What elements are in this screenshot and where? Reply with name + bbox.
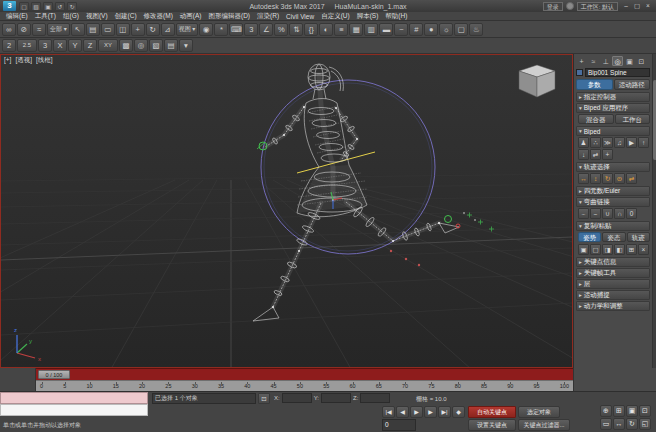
axis-constraint-x-icon[interactable]: X	[53, 39, 67, 52]
scene-explorer-icon[interactable]: ▦	[349, 23, 363, 36]
rollout-layers[interactable]: ▸ 层	[576, 279, 650, 289]
tab-motion[interactable]: ◎	[612, 56, 623, 66]
copy-pose-tab[interactable]: 姿态	[602, 232, 625, 242]
smooth-twist-button[interactable]: ∩	[614, 208, 625, 219]
mixer-button[interactable]: 混合器	[578, 114, 614, 124]
lock-com-keying-button[interactable]: ⊙	[614, 173, 625, 184]
object-color-swatch[interactable]	[576, 69, 583, 76]
menu-civil-view[interactable]: Civil View	[286, 13, 314, 20]
select-and-manipulate-icon[interactable]: *	[214, 23, 228, 36]
panel-scrollbar[interactable]	[652, 54, 656, 368]
pan-view-icon[interactable]: ↔	[613, 418, 625, 430]
auto-key-button[interactable]: 自动关键点	[468, 406, 516, 418]
copy-posture-tab[interactable]: 姿势	[578, 232, 601, 242]
render-setup-icon[interactable]: ☼	[439, 23, 453, 36]
key-filters-button[interactable]: 关键点过滤器...	[518, 419, 570, 431]
previous-frame-button[interactable]: ◀	[396, 406, 409, 418]
tab-hierarchy[interactable]: ⊥	[600, 56, 611, 66]
coord-y-field[interactable]	[321, 393, 351, 403]
copy-track-tab[interactable]: 轨迹	[627, 232, 650, 242]
select-and-scale-icon[interactable]: ⊿	[161, 23, 175, 36]
load-file-button[interactable]: ↑	[638, 137, 649, 148]
twist-individual-button[interactable]: ∪	[602, 208, 613, 219]
close-button[interactable]: ×	[643, 2, 653, 11]
menu-help[interactable]: 帮助(H)	[385, 12, 407, 21]
current-frame-field[interactable]: 0	[382, 419, 416, 431]
use-pivot-center-icon[interactable]: ◉	[199, 23, 213, 36]
select-and-rotate-icon[interactable]: ↻	[146, 23, 160, 36]
spinner-snap-icon[interactable]: ⇅	[289, 23, 303, 36]
minimize-button[interactable]: –	[621, 2, 631, 11]
rollout-motion-capture[interactable]: ▸ 运动捕捉	[576, 290, 650, 300]
body-vertical-button[interactable]: ↕	[590, 173, 601, 184]
menu-group[interactable]: 组(G)	[63, 12, 79, 21]
save-file-icon[interactable]: ▣	[43, 2, 53, 11]
axis-constraint-y-icon[interactable]: Y	[68, 39, 82, 52]
rollout-key-info[interactable]: ▸ 关键点信息	[576, 257, 650, 267]
go-to-start-button[interactable]: |◀	[382, 406, 395, 418]
workbench-button[interactable]: 工作台	[615, 114, 651, 124]
manage-layers-icon[interactable]: ▤	[164, 39, 178, 52]
axis-constraint-plane-icon[interactable]: XY	[98, 39, 118, 52]
ribbon-toggle-icon[interactable]: ▬	[379, 23, 393, 36]
window-crossing-icon[interactable]: ◫	[116, 23, 130, 36]
zero-twist-button[interactable]: 0	[626, 208, 637, 219]
user-avatar[interactable]	[566, 2, 574, 10]
snap-2d-icon[interactable]: 2	[2, 39, 16, 52]
selected-object-dropdown[interactable]: 选定对象	[518, 406, 560, 418]
material-editor-icon[interactable]: ●	[424, 23, 438, 36]
undo-icon[interactable]: ↺	[55, 2, 65, 11]
select-and-link-icon[interactable]: ∞	[2, 23, 16, 36]
select-and-move-icon[interactable]: +	[131, 23, 145, 36]
menu-modifiers[interactable]: 修改器(M)	[144, 12, 173, 21]
rollout-assign-controller[interactable]: ▸ 指定控制器	[576, 92, 650, 102]
time-slider[interactable]: 0 / 100	[36, 368, 573, 380]
zoom-region-icon[interactable]: ▭	[600, 418, 612, 430]
reference-coordinate-dropdown[interactable]: 视图 ▾	[176, 23, 199, 36]
delete-collection-button[interactable]: ▢	[590, 244, 601, 255]
selection-region-icon[interactable]: ▭	[101, 23, 115, 36]
coord-z-field[interactable]	[360, 393, 390, 403]
convert-animation-button[interactable]: ⇄	[590, 149, 601, 160]
parameters-button[interactable]: 参数	[576, 79, 613, 90]
time-slider-handle[interactable]: 0 / 100	[38, 370, 70, 379]
body-rotation-button[interactable]: ↻	[602, 173, 613, 184]
tab-modify[interactable]: ≈	[588, 56, 599, 66]
save-file-button[interactable]: ↓	[578, 149, 589, 160]
snap-3d-icon[interactable]: 3	[38, 39, 52, 52]
rendered-frame-window-icon[interactable]: ▢	[454, 23, 468, 36]
mixer-mode-button[interactable]: ♫	[614, 137, 625, 148]
snap-25d-icon[interactable]: 2.5	[17, 39, 37, 52]
paste-posture-button[interactable]: ◧	[614, 244, 625, 255]
next-frame-button[interactable]: ▶	[424, 406, 437, 418]
graphite-modeling-icon[interactable]: ▩	[119, 39, 133, 52]
display-floater-icon[interactable]: ▧	[149, 39, 163, 52]
selection-lock-toggle[interactable]: ⊡	[258, 393, 270, 404]
open-file-icon[interactable]: ▧	[31, 2, 41, 11]
rollout-track-selection[interactable]: ▾ 轨迹选择	[576, 162, 650, 172]
menu-views[interactable]: 视图(V)	[86, 12, 108, 21]
symmetrical-tracks-button[interactable]: ⇄	[626, 173, 637, 184]
select-object-icon[interactable]: ↖	[71, 23, 85, 36]
unlink-selection-icon[interactable]: ⊘	[17, 23, 31, 36]
figure-mode-button[interactable]: ♟	[578, 137, 589, 148]
schematic-view-icon[interactable]: #	[409, 23, 423, 36]
select-by-name-icon[interactable]: ▤	[86, 23, 100, 36]
body-horizontal-button[interactable]: ↔	[578, 173, 589, 184]
object-name-field[interactable]: Bip001 Spine	[585, 68, 650, 77]
signin-button[interactable]: 登录	[543, 2, 563, 11]
play-animation-button[interactable]: ▶	[410, 406, 423, 418]
zoom-icon[interactable]: ⊕	[600, 405, 612, 417]
twist-links-mode-button[interactable]: ⌢	[590, 208, 601, 219]
layer-explorer-icon[interactable]: ▥	[364, 23, 378, 36]
selection-filter-dropdown[interactable]: 全部 ▾	[47, 23, 70, 36]
menu-rendering[interactable]: 渲染(R)	[257, 12, 279, 21]
go-to-end-button[interactable]: ▶|	[438, 406, 451, 418]
angle-snap-icon[interactable]: ∠	[259, 23, 273, 36]
tab-create[interactable]: +	[576, 56, 587, 66]
orbit-icon[interactable]: ↻	[626, 418, 638, 430]
workspace-selector[interactable]: 工作区: 默认	[577, 2, 618, 11]
zoom-extents-all-icon[interactable]: ⊡	[639, 405, 651, 417]
perspective-viewport[interactable]: [+] [透视] [线框]	[0, 54, 573, 368]
key-mode-toggle-button[interactable]: ◆	[452, 406, 465, 418]
